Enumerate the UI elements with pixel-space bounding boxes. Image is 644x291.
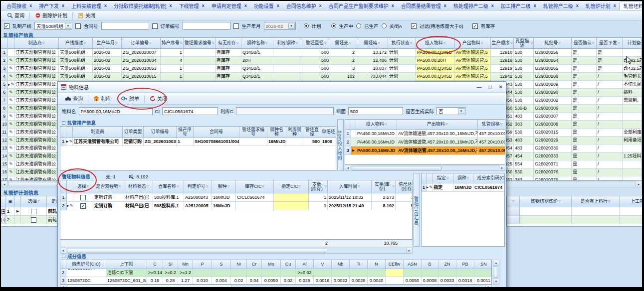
- column-header[interactable]: [427, 173, 432, 183]
- scroll-thumb[interactable]: [67, 249, 326, 253]
- pin-icon[interactable]: [62, 121, 65, 125]
- scroll-up-icon[interactable]: ▲: [493, 260, 499, 266]
- has-stock-checkbox[interactable]: [472, 23, 478, 29]
- column-header[interactable]: PB: [456, 260, 474, 269]
- column-header[interactable]: Si: [163, 260, 178, 269]
- row-checkbox[interactable]: [31, 217, 36, 223]
- producing-radio[interactable]: [331, 23, 336, 28]
- column-header[interactable]: 倍尺坯长(库存)▽: [396, 180, 413, 193]
- filter-icon[interactable]: ▽: [84, 41, 86, 45]
- close-icon[interactable]: ✕: [499, 84, 503, 90]
- column-header[interactable]: [60, 127, 66, 138]
- table-row[interactable]: 3✎江苏天淮钢管有限公天淮508机组2026-02ZG_20260100531有…: [1, 65, 642, 73]
- filter-icon[interactable]: ▽: [385, 122, 387, 127]
- column-header[interactable]: 选择▽: [73, 180, 93, 193]
- column-header[interactable]: [15, 196, 21, 207]
- month-select[interactable]: 2026-02▼: [264, 22, 296, 30]
- table-row[interactable]: 3▶PA500.00,16MnJDAV流体输送管,457.20x10.00,,1…: [345, 146, 505, 155]
- column-header[interactable]: Mn: [178, 260, 193, 269]
- tab-close-icon[interactable]: x: [202, 3, 205, 8]
- filter-icon[interactable]: ▽: [212, 41, 215, 45]
- column-header[interactable]: Cr: [247, 260, 262, 269]
- tab-11[interactable]: 热处理排产二级x: [450, 1, 497, 10]
- table-row[interactable]: 1定销订购材料产出(已508投料库,1A2508024316MnJDCICL05…: [60, 193, 412, 202]
- row-checkbox[interactable]: [80, 195, 86, 200]
- column-header[interactable]: Al: [296, 260, 314, 269]
- table-row[interactable]: 1PA450.00,16MnJDAV流体输送管,457.20x10.00,,16…: [345, 130, 505, 138]
- filter-icon[interactable]: ▽: [558, 199, 561, 204]
- tab-2[interactable]: 排产下发x: [35, 1, 68, 10]
- filter-icon[interactable]: ▽: [530, 41, 533, 45]
- column-header[interactable]: ASN: [404, 260, 422, 269]
- query-button[interactable]: 查询: [3, 10, 28, 20]
- column-header[interactable]: Ti: [350, 260, 368, 269]
- column-header[interactable]: 订单编号: [144, 127, 177, 138]
- filter-icon[interactable]: ▽: [481, 41, 483, 45]
- table-row[interactable]: 2✎江苏天淮钢管有限公天淮508机组2026-02ZG_20260100344有…: [1, 57, 642, 65]
- table-row[interactable]: 1江苏天淮钢管有限公天淮508机组2026-02ZG_20260200071有库…: [1, 49, 642, 57]
- scroll-right-icon[interactable]: ►: [485, 285, 491, 287]
- filter-icon[interactable]: ▽: [236, 41, 239, 45]
- scroll-thumb[interactable]: [67, 285, 231, 287]
- filter-icon[interactable]: ▽: [324, 184, 327, 189]
- line-checkbox[interactable]: [4, 23, 9, 29]
- column-header[interactable]: 单倍坯: [321, 127, 336, 138]
- column-header[interactable]: 排产序号▽: [161, 38, 184, 49]
- column-header[interactable]: [67, 180, 73, 193]
- filter-icon[interactable]: ▽: [446, 176, 449, 180]
- column-header[interactable]: 计划备注▽: [623, 38, 642, 49]
- table-row[interactable]: 2CICL0561674冶炼CIC下限>=0.14>=0.2>=1.2>=0.0…: [60, 269, 491, 277]
- material-name-input[interactable]: [79, 107, 153, 115]
- column-header[interactable]: 订单编号▽: [122, 38, 161, 49]
- column-header[interactable]: 熔炼炉号(CIC): [66, 260, 106, 269]
- filter-icon[interactable]: ▽: [558, 41, 561, 45]
- column-header[interactable]: 钢种名称▽: [241, 38, 273, 49]
- column-header[interactable]: 支数(库存)▽: [309, 180, 328, 193]
- tab-close-icon[interactable]: x: [319, 3, 322, 8]
- tab-6[interactable]: 申请判定管理x: [208, 1, 250, 10]
- filter-icon[interactable]: ▽: [119, 184, 121, 189]
- filter-icon[interactable]: ▽: [206, 184, 209, 189]
- section-input[interactable]: [348, 107, 403, 115]
- scroll-left-icon[interactable]: ◄: [1, 181, 7, 187]
- column-header[interactable]: [422, 173, 427, 183]
- tab-close-icon[interactable]: x: [491, 3, 494, 8]
- bom-hscrollbar[interactable]: ◄ ►: [345, 165, 505, 171]
- filter-icon[interactable]: ▽: [512, 199, 515, 204]
- tab-4[interactable]: 分批取样委托编制[轧管]x: [110, 1, 176, 10]
- tab-1[interactable]: 合同接收x: [3, 1, 35, 10]
- table-row[interactable]: [507, 207, 642, 216]
- filter-icon[interactable]: ▽: [296, 41, 298, 45]
- tab-5[interactable]: 下线管理x: [176, 1, 208, 10]
- scroll-down-icon[interactable]: ▼: [493, 278, 499, 284]
- table-row[interactable]: 2PA460.00,16MnJDAV流体输送管,457.20x10.00,,16…: [345, 138, 505, 146]
- composition-vscrollbar[interactable]: ▲ ▼: [493, 260, 499, 285]
- minimize-icon[interactable]: —: [477, 84, 482, 90]
- scroll-left-icon[interactable]: ◄: [60, 285, 66, 287]
- column-header[interactable]: 钢种名称: [267, 127, 286, 138]
- produced-radio[interactable]: [356, 23, 361, 28]
- table-row[interactable]: 2▶✎定销订购材料产出(已508投料库,1A2512000516MnJD1202…: [60, 202, 412, 210]
- column-header[interactable]: 制造商: [73, 127, 123, 138]
- filter-icon[interactable]: ▽: [392, 184, 395, 189]
- column-header[interactable]: 入库时间▽: [328, 180, 372, 193]
- column-header[interactable]: 实重(库存)▽: [372, 180, 396, 193]
- column-header[interactable]: 投入物料▽: [356, 120, 397, 130]
- tab-close-icon[interactable]: x: [614, 3, 616, 8]
- tab-close-icon[interactable]: x: [29, 3, 32, 8]
- scroll-right-icon[interactable]: ►: [406, 248, 412, 253]
- column-header[interactable]: 排产序号: [177, 127, 194, 138]
- column-header[interactable]: 利库钢种▽: [273, 38, 302, 49]
- tab-close-icon[interactable]: x: [534, 3, 536, 8]
- table-row[interactable]: 1▶✎指定16MnJDCICL0561674: [422, 183, 504, 192]
- row-checkbox[interactable]: [31, 209, 36, 214]
- table-row[interactable]: 312508720C12508720C_601_S0.150.281.270.0…: [60, 277, 491, 285]
- column-header[interactable]: 成分索引码(CIC)▽: [473, 173, 505, 183]
- column-header[interactable]: [8, 38, 14, 49]
- composition-hscrollbar[interactable]: ◄ ►: [60, 285, 492, 287]
- column-header[interactable]: ▽: [507, 196, 520, 207]
- filter-icon[interactable]: ▽: [618, 41, 620, 45]
- smelt-filter-checkbox[interactable]: [411, 23, 417, 29]
- tab-close-icon[interactable]: x: [104, 3, 107, 8]
- column-header[interactable]: 炼钢切割炼炉▽: [520, 196, 572, 207]
